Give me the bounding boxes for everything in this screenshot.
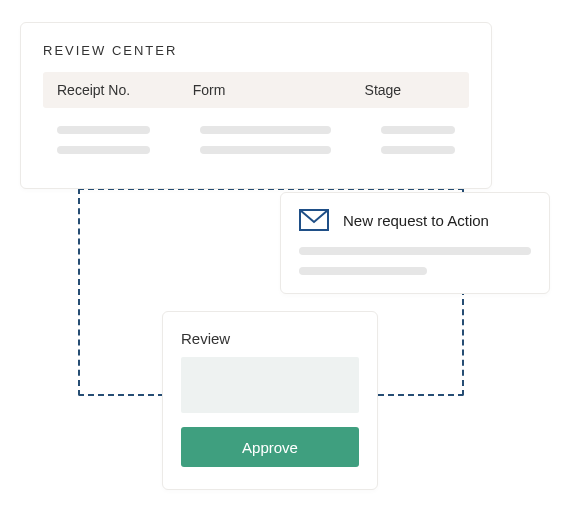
column-header-stage: Stage — [365, 82, 455, 98]
skeleton-placeholder — [299, 247, 531, 255]
review-center-title: REVIEW CENTER — [43, 43, 469, 58]
column-header-receipt-no: Receipt No. — [57, 82, 193, 98]
column-header-form: Form — [193, 82, 365, 98]
skeleton-placeholder — [381, 146, 456, 154]
review-approve-card: Review Approve — [162, 311, 378, 490]
skeleton-placeholder — [57, 146, 150, 154]
skeleton-placeholder — [381, 126, 456, 134]
review-textarea[interactable] — [181, 357, 359, 413]
approve-button[interactable]: Approve — [181, 427, 359, 467]
skeleton-placeholder — [57, 126, 150, 134]
review-label: Review — [181, 330, 359, 347]
table-row — [43, 126, 469, 134]
review-center-card: REVIEW CENTER Receipt No. Form Stage — [20, 22, 492, 189]
table-row — [43, 146, 469, 154]
mail-icon — [299, 209, 329, 231]
skeleton-placeholder — [200, 146, 330, 154]
notification-header: New request to Action — [299, 209, 531, 231]
skeleton-placeholder — [200, 126, 330, 134]
table-body — [43, 126, 469, 154]
table-header-row: Receipt No. Form Stage — [43, 72, 469, 108]
skeleton-placeholder — [299, 267, 427, 275]
notification-title: New request to Action — [343, 212, 489, 229]
notification-card: New request to Action — [280, 192, 550, 294]
